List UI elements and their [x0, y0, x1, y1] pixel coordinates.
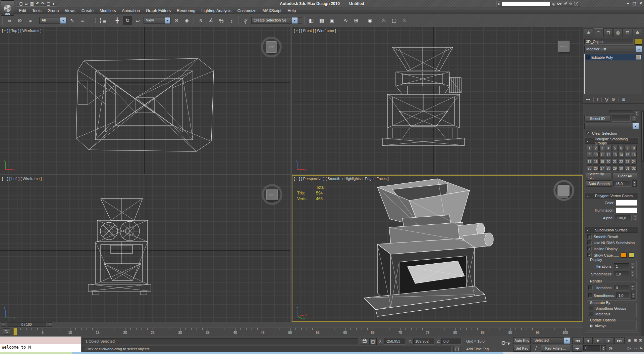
rollout-header-vertex-colors[interactable]: - Polygon: Vertex Colors [585, 193, 638, 198]
viewport-front[interactable]: [ + ] [ Front ] [ Wireframe ] FRONT z x [292, 27, 583, 174]
render-iterations-checkbox[interactable] [588, 285, 593, 290]
make-unique-icon[interactable]: ⋁ [605, 97, 608, 102]
viewport-perspective[interactable]: [ + ] [ Perspective ] [ Smooth + Highlig… [292, 175, 583, 322]
smoothing-group-button-17[interactable]: 17 [587, 159, 592, 165]
auto-smooth-field[interactable]: 45,0 [613, 181, 631, 187]
select-and-manipulate-icon[interactable]: ◈ [182, 16, 192, 25]
tab-utilities-icon[interactable]: ⋔ [633, 28, 642, 37]
frame-prev-button[interactable]: < [1, 322, 6, 327]
default-tangent-icon[interactable]: √ [532, 345, 539, 352]
listener-macro-field[interactable] [0, 337, 81, 344]
selection-set-dropdown[interactable]: Selected ▾ [532, 337, 570, 344]
isolate-selection-icon[interactable]: ▢ [453, 346, 461, 353]
display-iterations-spinner[interactable]: ▲▼ [631, 263, 635, 269]
menu-create[interactable]: Create [78, 7, 97, 14]
snaps-toggle-icon[interactable]: 3 [196, 16, 205, 25]
current-frame-field[interactable]: 0 [583, 345, 601, 351]
menu-edit[interactable]: Edit [16, 7, 29, 14]
smoothing-group-button-28[interactable]: 28 [606, 165, 611, 171]
perspective-shaded-model[interactable] [292, 175, 583, 322]
menu-animation[interactable]: Animation [119, 7, 143, 14]
mirror-icon[interactable]: ◧ [307, 16, 316, 25]
render-iterations-spinner[interactable]: ▲▼ [631, 284, 635, 291]
smoothing-group-button-19[interactable]: 19 [599, 159, 605, 165]
update-always-radio[interactable] [589, 324, 593, 328]
menu-modifiers[interactable]: Modifiers [97, 7, 119, 14]
tab-motion-icon[interactable]: ◎ [613, 28, 623, 37]
vertex-color-swatch[interactable] [616, 200, 637, 206]
viewcube-face-label[interactable]: TOP [266, 41, 277, 53]
smoothing-group-button-20[interactable]: 20 [606, 159, 611, 165]
smoothing-group-button-4[interactable]: 4 [606, 145, 611, 151]
select-and-link-icon[interactable]: ∞ [5, 16, 14, 25]
search-icon[interactable]: ◎ [552, 2, 555, 6]
smoothing-group-button-9[interactable]: 9 [587, 152, 592, 158]
smoothing-group-button-5[interactable]: 5 [612, 145, 618, 151]
percent-snap-icon[interactable]: % [217, 16, 226, 25]
auto-key-button[interactable]: Auto Key [513, 337, 531, 344]
zoom-extents-all-icon[interactable]: ⊡ [637, 337, 644, 344]
material-name-dropdown[interactable]: ▾ [584, 123, 639, 129]
viewcube-3d-face[interactable] [558, 185, 570, 196]
workspace-icon[interactable]: ▢ [47, 1, 50, 6]
application-menu-button[interactable]: 3DS [1, 0, 14, 16]
display-smoothness-field[interactable]: 1,0 [614, 271, 629, 277]
select-and-scale-icon[interactable]: ▱ [133, 16, 143, 25]
go-to-end-button[interactable]: ▶▶| [614, 337, 625, 344]
alpha-field[interactable]: 100,0 [615, 215, 632, 221]
display-iterations-field[interactable]: 1 [614, 263, 629, 269]
time-configuration-icon[interactable]: ◷ [607, 345, 614, 352]
menu-maxscript[interactable]: MAXScript [259, 7, 284, 14]
smoothing-group-button-16[interactable]: 16 [631, 152, 637, 158]
selection-lock-icon[interactable] [361, 338, 368, 345]
current-frame-spinner[interactable]: ▲▼ [601, 345, 606, 351]
viewcube-perspective[interactable] [553, 180, 574, 201]
smoothing-group-button-18[interactable]: 18 [593, 159, 599, 165]
frame-next-button[interactable]: > [47, 322, 52, 327]
auto-smooth-button[interactable]: Auto Smooth [586, 180, 612, 187]
render-iterations-field[interactable]: 0 [614, 285, 629, 291]
display-smoothness-spinner[interactable]: ▲▼ [631, 271, 635, 277]
viewcube-front[interactable]: FRONT [553, 36, 574, 57]
separate-smoothing-groups-checkbox[interactable] [589, 306, 593, 310]
new-file-icon[interactable]: ▢ [19, 1, 23, 6]
viewport-label-left[interactable]: [ + ] [ Left ] [ Wireframe ] [2, 177, 42, 181]
smoothing-group-button-10[interactable]: 10 [593, 152, 599, 158]
window-crossing-icon[interactable] [99, 16, 108, 25]
restore-icon[interactable]: ▢ [633, 1, 636, 6]
viewport-label-perspective[interactable]: [ + ] [ Perspective ] [ Smooth + Highlig… [294, 177, 389, 181]
menu-help[interactable]: Help [284, 7, 299, 14]
smoothing-group-button-26[interactable]: 26 [593, 165, 599, 171]
tab-display-icon[interactable]: ⊡ [623, 28, 632, 37]
render-setup-icon[interactable]: ♨ [379, 16, 388, 25]
menu-rendering[interactable]: Rendering [174, 7, 198, 14]
smoothing-group-button-31[interactable]: 31 [625, 165, 630, 171]
edit-named-selection-sets-icon[interactable]: {∕ [241, 16, 250, 25]
use-nurms-checkbox[interactable] [587, 240, 592, 245]
stack-expand-icon[interactable]: + [586, 55, 590, 59]
smoothing-group-button-14[interactable]: 14 [618, 152, 624, 158]
smoothing-group-button-22[interactable]: 22 [618, 159, 624, 165]
rendered-frame-window-icon[interactable]: ▢ [389, 16, 399, 25]
render-smoothness-checkbox[interactable] [588, 293, 592, 298]
menu-graph-editors[interactable]: Graph Editors [143, 7, 174, 14]
play-button[interactable]: ▶ [594, 337, 603, 344]
smoothing-group-button-11[interactable]: 11 [599, 152, 605, 158]
maximize-viewport-toggle-icon[interactable]: ◳ [637, 345, 644, 352]
qat-dropdown-icon[interactable]: ▾ [52, 1, 54, 6]
rectangular-selection-region-icon[interactable] [88, 16, 98, 25]
smoothing-group-button-29[interactable]: 29 [612, 165, 618, 171]
cage-selected-color-swatch[interactable] [629, 253, 634, 258]
front-wireframe-model[interactable] [292, 27, 583, 174]
curve-editor-icon[interactable]: ∿ [341, 16, 351, 25]
align-icon[interactable]: ▦ [317, 16, 326, 25]
smoothing-group-button-8[interactable]: 8 [631, 145, 637, 151]
configure-modifier-sets-icon[interactable]: ⊞ [622, 97, 625, 102]
modifier-stack[interactable]: + Editable Poly [584, 54, 642, 94]
time-slider[interactable]: ⇅ 05101520253035404550556065707580859095… [0, 327, 583, 336]
subscription-key-icon[interactable] [557, 2, 562, 6]
close-icon[interactable]: × [640, 1, 642, 6]
clear-selection-checkbox[interactable]: ✓ [586, 131, 590, 135]
scrollbar-thumb[interactable] [641, 111, 644, 162]
clear-all-button[interactable]: Clear All [612, 173, 638, 179]
